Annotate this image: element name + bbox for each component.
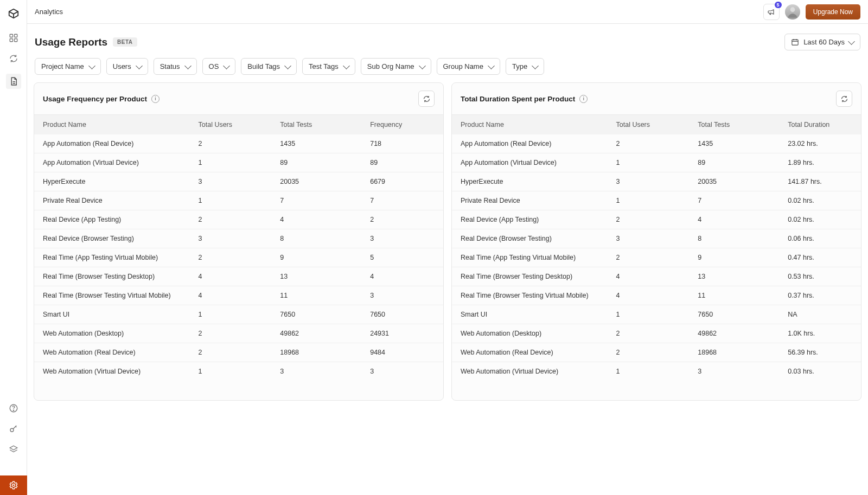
table-row[interactable]: Web Automation (Desktop)24986224931 <box>34 324 443 343</box>
reports-icon[interactable] <box>6 74 21 89</box>
stack-icon[interactable] <box>8 444 19 455</box>
column-header: Total Duration <box>779 115 861 135</box>
filter-label: Project Name <box>41 62 84 70</box>
filter-label: OS <box>209 62 219 70</box>
table-row[interactable]: Real Device (Browser Testing)380.06 hrs. <box>452 229 861 248</box>
table-cell: 23.02 hrs. <box>779 134 861 153</box>
table-cell: Smart UI <box>452 305 608 324</box>
svg-point-7 <box>13 410 14 410</box>
table-cell: 2 <box>190 248 272 267</box>
info-icon[interactable]: i <box>579 95 588 103</box>
avatar[interactable] <box>785 4 800 20</box>
table-cell: Real Time (Browser Testing Desktop) <box>452 267 608 286</box>
table-cell: 4 <box>361 267 443 286</box>
table-cell: Web Automation (Real Device) <box>452 343 608 362</box>
table-row[interactable]: Real Device (Browser Testing)383 <box>34 229 443 248</box>
chevron-down-icon <box>343 62 350 69</box>
table-cell: App Automation (Virtual Device) <box>452 153 608 172</box>
logo-icon[interactable] <box>8 8 20 20</box>
help-icon[interactable] <box>8 403 19 414</box>
column-header: Total Users <box>190 115 272 135</box>
table-cell: 49862 <box>689 324 779 343</box>
table-row[interactable]: Web Automation (Virtual Device)130.03 hr… <box>452 362 861 381</box>
table-row[interactable]: Smart UI17650NA <box>452 305 861 324</box>
table-cell: Private Real Device <box>34 191 190 210</box>
filter-chip-project-name[interactable]: Project Name <box>35 58 101 75</box>
key-icon[interactable] <box>8 423 19 434</box>
refresh-button-left[interactable] <box>418 91 435 107</box>
table-cell: Real Time (Browser Testing Desktop) <box>34 267 190 286</box>
table-row[interactable]: Private Real Device177 <box>34 191 443 210</box>
table-cell: 4 <box>190 286 272 305</box>
table-row[interactable]: Real Time (App Testing Virtual Mobile)29… <box>452 248 861 267</box>
table-cell: 718 <box>361 134 443 153</box>
settings-launcher[interactable] <box>0 475 27 495</box>
refresh-button-right[interactable] <box>836 91 852 107</box>
filter-chip-type[interactable]: Type <box>506 58 544 75</box>
table-cell: 1.89 hrs. <box>779 153 861 172</box>
table-cell: 8 <box>271 229 361 248</box>
table-row[interactable]: Web Automation (Real Device)21896856.39 … <box>452 343 861 362</box>
refresh-nav-icon[interactable] <box>8 53 19 64</box>
table-cell: 89 <box>361 153 443 172</box>
filter-chip-sub-org-name[interactable]: Sub Org Name <box>361 58 431 75</box>
table-row[interactable]: HyperExecute320035141.87 hrs. <box>452 172 861 191</box>
table-row[interactable]: App Automation (Virtual Device)1891.89 h… <box>452 153 861 172</box>
filter-label: Sub Org Name <box>367 62 414 70</box>
table-row[interactable]: HyperExecute3200356679 <box>34 172 443 191</box>
chevron-down-icon <box>136 62 143 69</box>
table-cell: 2 <box>190 210 272 229</box>
column-header: Total Users <box>608 115 690 135</box>
table-row[interactable]: Web Automation (Desktop)2498621.0K hrs. <box>452 324 861 343</box>
filter-chip-group-name[interactable]: Group Name <box>437 58 500 75</box>
table-row[interactable]: Web Automation (Real Device)2189689484 <box>34 343 443 362</box>
filter-chip-status[interactable]: Status <box>154 58 197 75</box>
table-row[interactable]: Smart UI176507650 <box>34 305 443 324</box>
chevron-down-icon <box>532 62 539 69</box>
table-cell: 1 <box>608 153 690 172</box>
chevron-down-icon <box>284 62 291 69</box>
table-cell: 13 <box>689 267 779 286</box>
announcements-button[interactable]: 5 <box>763 4 780 20</box>
calendar-icon <box>791 38 799 46</box>
table-cell: HyperExecute <box>452 172 608 191</box>
filter-chip-test-tags[interactable]: Test Tags <box>302 58 355 75</box>
table-cell: 141.87 hrs. <box>779 172 861 191</box>
table-row[interactable]: Private Real Device170.02 hrs. <box>452 191 861 210</box>
table-row[interactable]: Real Device (App Testing)240.02 hrs. <box>452 210 861 229</box>
table-row[interactable]: Real Time (Browser Testing Virtual Mobil… <box>34 286 443 305</box>
svg-rect-1 <box>14 34 17 37</box>
table-cell: 3 <box>608 172 690 191</box>
svg-rect-12 <box>792 40 798 45</box>
table-cell: 56.39 hrs. <box>779 343 861 362</box>
table-row[interactable]: Real Device (App Testing)242 <box>34 210 443 229</box>
table-row[interactable]: App Automation (Real Device)2143523.02 h… <box>452 134 861 153</box>
table-row[interactable]: Web Automation (Virtual Device)133 <box>34 362 443 381</box>
column-header: Frequency <box>361 115 443 135</box>
table-cell: 11 <box>271 286 361 305</box>
info-icon[interactable]: i <box>151 95 159 103</box>
table-row[interactable]: App Automation (Real Device)21435718 <box>34 134 443 153</box>
filter-chip-build-tags[interactable]: Build Tags <box>241 58 297 75</box>
table-cell: 2 <box>190 343 272 362</box>
table-cell: 0.06 hrs. <box>779 229 861 248</box>
table-row[interactable]: Real Time (Browser Testing Desktop)4130.… <box>452 267 861 286</box>
table-row[interactable]: Real Time (App Testing Virtual Mobile)29… <box>34 248 443 267</box>
table-cell: 20035 <box>271 172 361 191</box>
table-row[interactable]: App Automation (Virtual Device)18989 <box>34 153 443 172</box>
table-cell: 3 <box>361 362 443 381</box>
table-cell: 4 <box>608 267 690 286</box>
filter-chip-users[interactable]: Users <box>106 58 148 75</box>
upgrade-button[interactable]: Upgrade Now <box>806 4 860 20</box>
dashboard-icon[interactable] <box>8 33 19 43</box>
column-header: Product Name <box>34 115 190 135</box>
table-cell: 0.03 hrs. <box>779 362 861 381</box>
table-cell: Real Device (App Testing) <box>34 210 190 229</box>
date-range-button[interactable]: Last 60 Days <box>784 34 860 50</box>
table-cell: 9 <box>689 248 779 267</box>
table-cell: 2 <box>608 248 690 267</box>
table-row[interactable]: Real Time (Browser Testing Desktop)4134 <box>34 267 443 286</box>
table-cell: 2 <box>608 210 690 229</box>
filter-chip-os[interactable]: OS <box>202 58 236 75</box>
table-row[interactable]: Real Time (Browser Testing Virtual Mobil… <box>452 286 861 305</box>
